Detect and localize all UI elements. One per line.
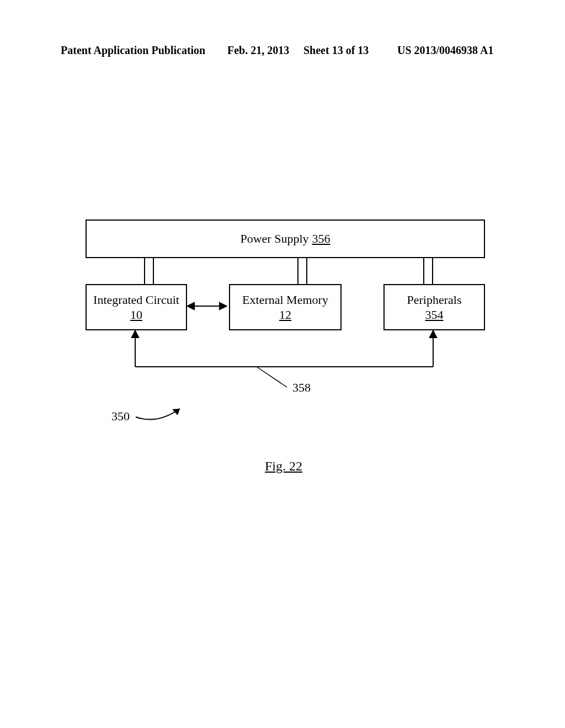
block-peripherals: Peripherals 354 bbox=[383, 284, 485, 330]
header-doc-number: US 2013/0046938 A1 bbox=[397, 44, 493, 57]
svg-marker-11 bbox=[172, 409, 180, 415]
bus-ref-label: 358 bbox=[292, 381, 311, 395]
diagram-wires bbox=[0, 0, 565, 728]
figure-caption: Fig. 22 bbox=[265, 459, 302, 474]
external-memory-label: External Memory bbox=[242, 292, 328, 308]
peripherals-ref: 354 bbox=[425, 307, 444, 323]
power-supply-ref: 356 bbox=[312, 231, 331, 247]
svg-line-10 bbox=[257, 367, 287, 387]
power-supply-label: Power Supply bbox=[240, 231, 308, 247]
header-publication: Patent Application Publication bbox=[61, 44, 205, 57]
external-memory-ref: 12 bbox=[279, 307, 291, 323]
header-sheet: Sheet 13 of 13 bbox=[303, 44, 369, 57]
integrated-circuit-ref: 10 bbox=[130, 307, 142, 323]
peripherals-label: Peripherals bbox=[407, 292, 462, 308]
block-power-supply: Power Supply 356 bbox=[86, 220, 485, 258]
system-ref-label: 350 bbox=[111, 409, 130, 424]
block-integrated-circuit: Integrated Circuit 10 bbox=[86, 284, 187, 330]
block-external-memory: External Memory 12 bbox=[229, 284, 342, 330]
integrated-circuit-label: Integrated Circuit bbox=[93, 292, 179, 308]
header-date: Feb. 21, 2013 bbox=[227, 44, 289, 57]
